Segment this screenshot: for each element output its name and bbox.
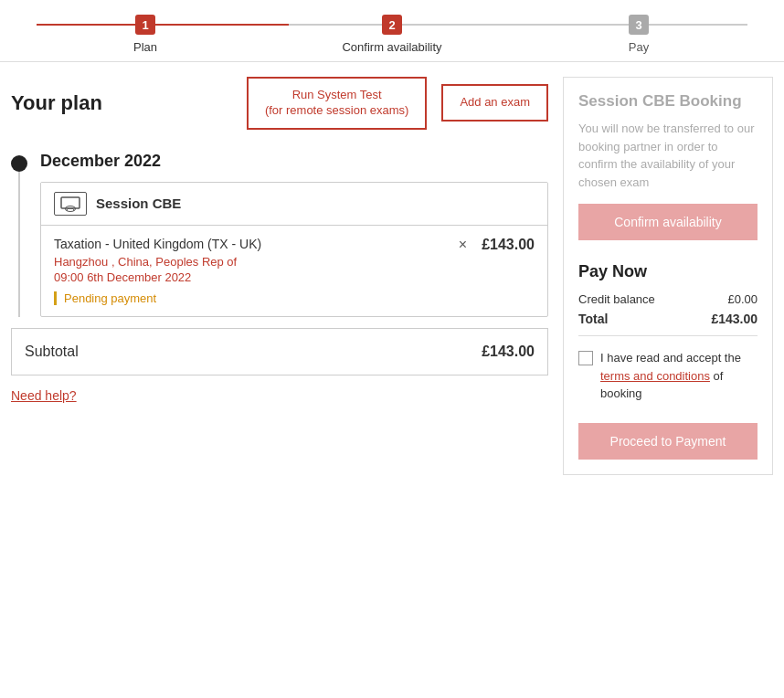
proceed-to-payment-button[interactable]: Proceed to Payment	[578, 423, 758, 460]
step-2-label: Confirm availability	[342, 40, 441, 54]
step-3-circle: 3	[629, 15, 649, 35]
total-row: Total £143.00	[578, 312, 758, 326]
month-heading: December 2022	[40, 152, 548, 171]
booking-desc: You will now be transferred to our booki…	[578, 120, 758, 191]
exam-datetime: 09:00 6th December 2022	[54, 270, 450, 284]
step-1: 1 Plan	[22, 15, 269, 54]
credit-balance-label: Credit balance	[578, 292, 655, 306]
booking-card: Session CBE Booking You will now be tran…	[563, 77, 773, 475]
exam-info: Taxation - United Kingdom (TX - UK) Hang…	[54, 237, 450, 284]
step-2-circle: 2	[382, 15, 402, 35]
subtotal-amount: £143.00	[482, 344, 535, 360]
need-help-link[interactable]: Need help?	[11, 388, 77, 403]
step-1-circle: 1	[135, 15, 155, 35]
exam-card: Session CBE Taxation - United Kingdom (T…	[40, 182, 548, 317]
subtotal-label: Subtotal	[25, 344, 79, 360]
timeline-dot-col	[11, 152, 27, 317]
subtotal-row: Subtotal £143.00	[11, 328, 548, 375]
terms-text-before: I have read and accept the	[600, 351, 741, 365]
terms-link[interactable]: terms and conditions	[600, 369, 710, 383]
timeline-content: December 2022 Session CBE	[40, 152, 548, 317]
step-3-label: Pay	[629, 40, 649, 54]
add-exam-button[interactable]: Add an exam	[441, 84, 548, 122]
timeline: December 2022 Session CBE	[11, 152, 548, 317]
terms-checkbox[interactable]	[578, 351, 593, 365]
exam-name: Taxation - United Kingdom (TX - UK)	[54, 237, 450, 251]
booking-title: Session CBE Booking	[578, 92, 758, 111]
main-layout: Your plan Run System Test (for remote se…	[0, 77, 784, 475]
timeline-line	[18, 172, 20, 317]
terms-text: I have read and accept the terms and con…	[600, 349, 758, 403]
session-cbe-icon	[54, 192, 87, 216]
right-panel: Session CBE Booking You will now be tran…	[563, 77, 773, 475]
confirm-availability-button[interactable]: Confirm availability	[578, 204, 758, 240]
plan-title: Your plan	[11, 91, 102, 115]
left-panel: Your plan Run System Test (for remote se…	[11, 77, 548, 475]
pending-payment-badge: Pending payment	[54, 291, 535, 305]
exam-price: £143.00	[482, 237, 535, 253]
credit-balance-row: Credit balance £0.00	[578, 292, 758, 306]
terms-row: I have read and accept the terms and con…	[578, 349, 758, 403]
step-1-label: Plan	[133, 40, 157, 54]
exam-card-header: Session CBE	[41, 183, 547, 226]
total-value: £143.00	[711, 312, 758, 326]
step-3: 3 Pay	[515, 15, 762, 54]
pay-now-section: Pay Now Credit balance £0.00 Total £143.…	[578, 262, 758, 460]
exam-row: Taxation - United Kingdom (TX - UK) Hang…	[54, 237, 535, 284]
exam-location: Hangzhou , China, Peoples Rep of	[54, 255, 450, 269]
stepper: 1 Plan 2 Confirm availability 3 Pay	[0, 0, 784, 61]
close-exam-button[interactable]: ×	[459, 237, 467, 253]
credit-balance-value: £0.00	[727, 292, 758, 306]
plan-header: Your plan Run System Test (for remote se…	[11, 77, 548, 130]
timeline-dot	[11, 155, 27, 172]
svg-rect-0	[61, 197, 79, 208]
svg-point-1	[67, 208, 74, 211]
total-label: Total	[578, 312, 608, 326]
step-2: 2 Confirm availability	[269, 15, 515, 54]
exam-card-body: Taxation - United Kingdom (TX - UK) Hang…	[41, 226, 547, 316]
exam-type-label: Session CBE	[96, 196, 181, 211]
run-system-test-button[interactable]: Run System Test (for remote session exam…	[247, 77, 428, 130]
pay-now-title: Pay Now	[578, 262, 758, 281]
